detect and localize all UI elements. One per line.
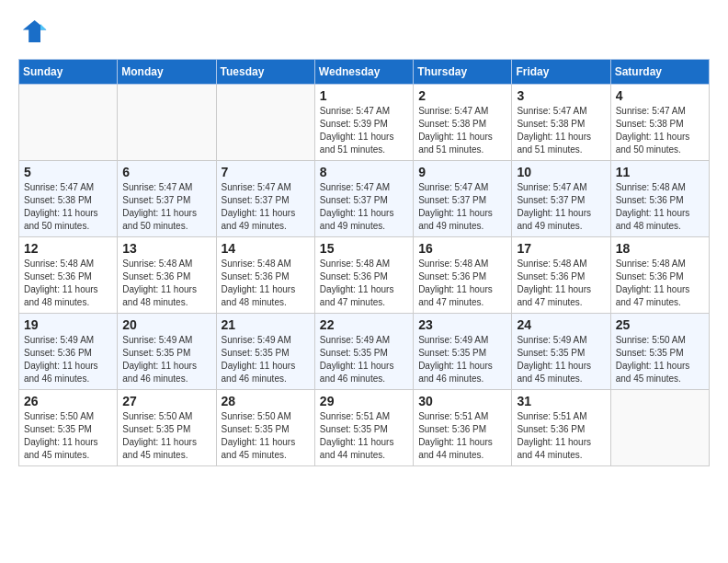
day-cell	[216, 85, 314, 161]
day-info: Sunrise: 5:50 AM Sunset: 5:35 PM Dayligh…	[222, 410, 310, 462]
day-cell: 21Sunrise: 5:49 AM Sunset: 5:35 PM Dayli…	[216, 314, 314, 390]
day-cell: 1Sunrise: 5:47 AM Sunset: 5:39 PM Daylig…	[314, 85, 413, 161]
week-row-5: 26Sunrise: 5:50 AM Sunset: 5:35 PM Dayli…	[19, 390, 710, 466]
day-number: 4	[616, 88, 704, 103]
day-cell: 8Sunrise: 5:47 AM Sunset: 5:37 PM Daylig…	[314, 161, 413, 237]
day-info: Sunrise: 5:49 AM Sunset: 5:36 PM Dayligh…	[24, 334, 112, 385]
day-number: 27	[122, 394, 210, 408]
col-header-thursday: Thursday	[414, 60, 512, 85]
day-info: Sunrise: 5:47 AM Sunset: 5:38 PM Dayligh…	[517, 105, 605, 156]
day-info: Sunrise: 5:47 AM Sunset: 5:37 PM Dayligh…	[320, 181, 408, 233]
day-info: Sunrise: 5:47 AM Sunset: 5:38 PM Dayligh…	[418, 105, 506, 156]
day-info: Sunrise: 5:47 AM Sunset: 5:38 PM Dayligh…	[616, 105, 704, 156]
day-info: Sunrise: 5:50 AM Sunset: 5:35 PM Dayligh…	[122, 410, 210, 462]
day-number: 30	[418, 394, 506, 408]
day-number: 24	[517, 317, 605, 332]
col-header-tuesday: Tuesday	[216, 60, 314, 85]
day-number: 9	[418, 165, 506, 179]
day-info: Sunrise: 5:49 AM Sunset: 5:35 PM Dayligh…	[320, 334, 408, 385]
day-number: 25	[616, 317, 704, 332]
day-cell: 12Sunrise: 5:48 AM Sunset: 5:36 PM Dayli…	[19, 237, 118, 314]
day-info: Sunrise: 5:49 AM Sunset: 5:35 PM Dayligh…	[122, 334, 210, 385]
day-number: 5	[24, 165, 112, 179]
day-info: Sunrise: 5:48 AM Sunset: 5:36 PM Dayligh…	[222, 258, 310, 309]
day-number: 17	[517, 241, 605, 256]
day-number: 13	[122, 241, 210, 256]
day-number: 6	[122, 165, 210, 179]
day-cell: 10Sunrise: 5:47 AM Sunset: 5:37 PM Dayli…	[512, 161, 610, 237]
day-number: 12	[24, 241, 112, 256]
day-number: 10	[517, 165, 605, 179]
header-row: SundayMondayTuesdayWednesdayThursdayFrid…	[19, 60, 710, 85]
day-cell: 25Sunrise: 5:50 AM Sunset: 5:35 PM Dayli…	[610, 314, 709, 390]
day-cell: 24Sunrise: 5:49 AM Sunset: 5:35 PM Dayli…	[512, 314, 610, 390]
day-cell: 7Sunrise: 5:47 AM Sunset: 5:37 PM Daylig…	[216, 161, 314, 237]
day-info: Sunrise: 5:47 AM Sunset: 5:37 PM Dayligh…	[418, 181, 506, 233]
day-info: Sunrise: 5:47 AM Sunset: 5:37 PM Dayligh…	[517, 181, 605, 233]
day-cell: 19Sunrise: 5:49 AM Sunset: 5:36 PM Dayli…	[19, 314, 118, 390]
day-info: Sunrise: 5:47 AM Sunset: 5:39 PM Dayligh…	[320, 105, 408, 156]
day-number: 8	[320, 165, 408, 179]
day-number: 18	[616, 241, 704, 256]
day-number: 3	[517, 88, 605, 103]
week-row-2: 5Sunrise: 5:47 AM Sunset: 5:38 PM Daylig…	[19, 161, 710, 237]
day-number: 31	[517, 394, 605, 408]
day-number: 16	[418, 241, 506, 256]
logo	[18, 18, 51, 48]
day-cell: 14Sunrise: 5:48 AM Sunset: 5:36 PM Dayli…	[216, 237, 314, 314]
day-number: 26	[24, 394, 112, 408]
day-cell: 16Sunrise: 5:48 AM Sunset: 5:36 PM Dayli…	[414, 237, 512, 314]
day-info: Sunrise: 5:48 AM Sunset: 5:36 PM Dayligh…	[418, 258, 506, 309]
day-info: Sunrise: 5:47 AM Sunset: 5:37 PM Dayligh…	[122, 181, 210, 233]
week-row-3: 12Sunrise: 5:48 AM Sunset: 5:36 PM Dayli…	[19, 237, 710, 314]
day-cell: 15Sunrise: 5:48 AM Sunset: 5:36 PM Dayli…	[314, 237, 413, 314]
day-info: Sunrise: 5:51 AM Sunset: 5:35 PM Dayligh…	[320, 410, 408, 462]
day-cell: 6Sunrise: 5:47 AM Sunset: 5:37 PM Daylig…	[118, 161, 216, 237]
day-number: 1	[320, 88, 408, 103]
day-cell: 11Sunrise: 5:48 AM Sunset: 5:36 PM Dayli…	[610, 161, 709, 237]
day-info: Sunrise: 5:48 AM Sunset: 5:36 PM Dayligh…	[616, 181, 704, 233]
day-cell: 18Sunrise: 5:48 AM Sunset: 5:36 PM Dayli…	[610, 237, 709, 314]
day-info: Sunrise: 5:49 AM Sunset: 5:35 PM Dayligh…	[222, 334, 310, 385]
day-cell: 9Sunrise: 5:47 AM Sunset: 5:37 PM Daylig…	[414, 161, 512, 237]
day-info: Sunrise: 5:51 AM Sunset: 5:36 PM Dayligh…	[517, 410, 605, 462]
svg-marker-0	[23, 20, 47, 42]
day-number: 14	[222, 241, 310, 256]
day-cell: 17Sunrise: 5:48 AM Sunset: 5:36 PM Dayli…	[512, 237, 610, 314]
col-header-friday: Friday	[512, 60, 610, 85]
svg-marker-1	[40, 24, 46, 29]
day-info: Sunrise: 5:48 AM Sunset: 5:36 PM Dayligh…	[24, 258, 112, 309]
day-number: 15	[320, 241, 408, 256]
day-cell	[19, 85, 118, 161]
day-number: 29	[320, 394, 408, 408]
day-info: Sunrise: 5:50 AM Sunset: 5:35 PM Dayligh…	[616, 334, 704, 385]
header	[18, 18, 710, 48]
day-cell: 2Sunrise: 5:47 AM Sunset: 5:38 PM Daylig…	[414, 85, 512, 161]
day-cell: 22Sunrise: 5:49 AM Sunset: 5:35 PM Dayli…	[314, 314, 413, 390]
day-info: Sunrise: 5:47 AM Sunset: 5:38 PM Dayligh…	[24, 181, 112, 233]
day-info: Sunrise: 5:51 AM Sunset: 5:36 PM Dayligh…	[418, 410, 506, 462]
col-header-wednesday: Wednesday	[314, 60, 413, 85]
day-cell: 5Sunrise: 5:47 AM Sunset: 5:38 PM Daylig…	[19, 161, 118, 237]
calendar-table: SundayMondayTuesdayWednesdayThursdayFrid…	[18, 59, 710, 466]
day-cell	[610, 390, 709, 466]
day-info: Sunrise: 5:48 AM Sunset: 5:36 PM Dayligh…	[616, 258, 704, 309]
col-header-saturday: Saturday	[610, 60, 709, 85]
week-row-4: 19Sunrise: 5:49 AM Sunset: 5:36 PM Dayli…	[19, 314, 710, 390]
page: SundayMondayTuesdayWednesdayThursdayFrid…	[0, 0, 728, 476]
day-info: Sunrise: 5:50 AM Sunset: 5:35 PM Dayligh…	[24, 410, 112, 462]
day-number: 20	[122, 317, 210, 332]
day-number: 23	[418, 317, 506, 332]
day-cell: 4Sunrise: 5:47 AM Sunset: 5:38 PM Daylig…	[610, 85, 709, 161]
day-number: 11	[616, 165, 704, 179]
day-number: 19	[24, 317, 112, 332]
day-cell: 26Sunrise: 5:50 AM Sunset: 5:35 PM Dayli…	[19, 390, 118, 466]
day-number: 22	[320, 317, 408, 332]
week-row-1: 1Sunrise: 5:47 AM Sunset: 5:39 PM Daylig…	[19, 85, 710, 161]
day-cell: 3Sunrise: 5:47 AM Sunset: 5:38 PM Daylig…	[512, 85, 610, 161]
day-cell: 28Sunrise: 5:50 AM Sunset: 5:35 PM Dayli…	[216, 390, 314, 466]
day-info: Sunrise: 5:49 AM Sunset: 5:35 PM Dayligh…	[517, 334, 605, 385]
day-cell	[118, 85, 216, 161]
day-cell: 31Sunrise: 5:51 AM Sunset: 5:36 PM Dayli…	[512, 390, 610, 466]
col-header-sunday: Sunday	[19, 60, 118, 85]
